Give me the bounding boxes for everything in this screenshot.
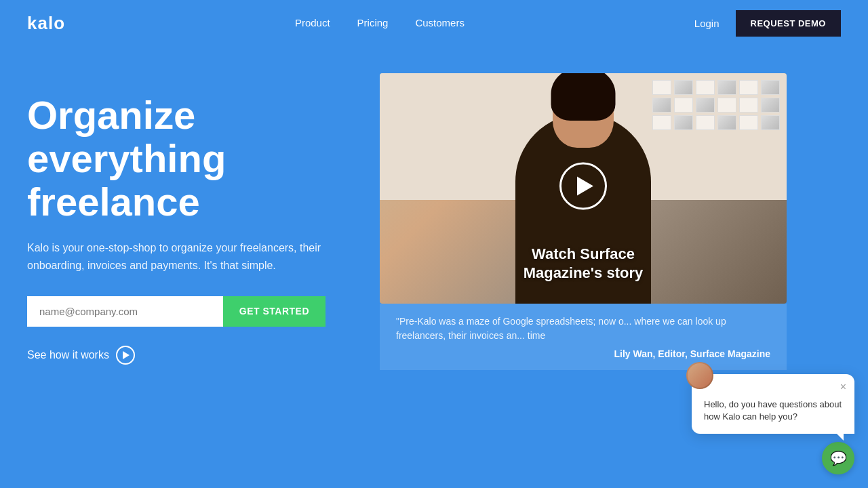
video-watch-text: Watch Surface Magazine's story <box>524 245 643 283</box>
chat-widget: × Hello, do you have questions about how… <box>822 442 854 474</box>
see-how-label: See how it works <box>27 349 109 361</box>
video-bg: Watch Surface Magazine's story <box>380 73 787 304</box>
chat-icon: 💬 <box>830 450 847 466</box>
navbar: kalo Product Pricing Customers Login REQ… <box>0 0 868 46</box>
paper-13 <box>652 115 671 130</box>
nav-links: Product Pricing Customers <box>295 17 465 29</box>
hero-left: Organize everything freelance Kalo is yo… <box>27 73 353 365</box>
paper-18 <box>761 115 780 130</box>
video-container[interactable]: Watch Surface Magazine's story <box>380 73 787 304</box>
request-demo-button[interactable]: REQUEST DEMO <box>736 10 841 37</box>
chat-bubble: × Hello, do you have questions about how… <box>692 374 854 434</box>
email-form: GET STARTED <box>27 296 326 327</box>
paper-8 <box>674 98 693 113</box>
paper-12 <box>761 98 780 113</box>
paper-1 <box>652 80 671 95</box>
nav-right: Login REQUEST DEMO <box>694 10 841 37</box>
testimonial-bar: "Pre-Kalo was a maze of Google spreadshe… <box>380 304 787 370</box>
nav-link-pricing[interactable]: Pricing <box>357 17 389 28</box>
chat-avatar <box>686 362 713 389</box>
brand-logo: kalo <box>27 13 65 34</box>
paper-9 <box>696 98 715 113</box>
paper-11 <box>739 98 758 113</box>
paper-6 <box>761 80 780 95</box>
play-triangle-icon <box>123 351 130 359</box>
play-icon <box>577 177 593 196</box>
paper-3 <box>696 80 715 95</box>
hero-subtitle: Kalo is your one-stop-shop to organize y… <box>27 239 326 274</box>
chat-close-button[interactable]: × <box>840 381 846 393</box>
paper-10 <box>717 98 736 113</box>
see-how-link[interactable]: See how it works <box>27 346 353 365</box>
play-circle-icon <box>116 346 135 365</box>
paper-14 <box>674 115 693 130</box>
testimonial-author: Lily Wan, Editor, Surface Magazine <box>396 348 770 359</box>
paper-5 <box>739 80 758 95</box>
nav-link-customers[interactable]: Customers <box>415 17 465 28</box>
testimonial-quote: "Pre-Kalo was a maze of Google spreadshe… <box>396 314 770 343</box>
paper-4 <box>717 80 736 95</box>
paper-2 <box>674 80 693 95</box>
hero-title: Organize everything freelance <box>27 94 353 223</box>
hero-right: Watch Surface Magazine's story "Pre-Kalo… <box>380 73 841 370</box>
email-input[interactable] <box>27 296 223 327</box>
hero-section: Organize everything freelance Kalo is yo… <box>0 46 868 370</box>
person-hair <box>551 73 616 121</box>
nav-link-product[interactable]: Product <box>295 17 330 28</box>
paper-17 <box>739 115 758 130</box>
get-started-button[interactable]: GET STARTED <box>223 296 326 327</box>
chat-message: Hello, do you have questions about how K… <box>704 385 842 423</box>
paper-16 <box>717 115 736 130</box>
login-link[interactable]: Login <box>694 18 719 29</box>
chat-open-button[interactable]: 💬 <box>822 442 854 474</box>
paper-7 <box>652 98 671 113</box>
chat-avatar-image <box>688 363 712 388</box>
wall-papers <box>652 80 780 130</box>
paper-15 <box>696 115 715 130</box>
person-head <box>553 80 614 148</box>
video-play-button[interactable] <box>559 163 607 210</box>
